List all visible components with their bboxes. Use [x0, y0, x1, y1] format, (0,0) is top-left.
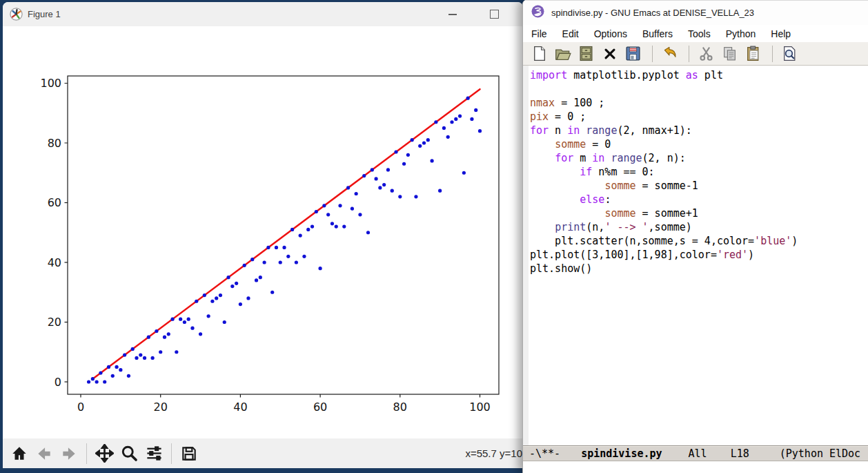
modeline-position: All	[689, 447, 707, 460]
emacs-logo-icon	[531, 5, 544, 21]
dired-icon[interactable]	[575, 44, 597, 64]
svg-text:60: 60	[48, 196, 61, 209]
home-icon[interactable]	[8, 443, 30, 465]
menu-file[interactable]: File	[531, 28, 547, 39]
svg-text:40: 40	[233, 400, 247, 414]
modeline-flags[interactable]: -\**-	[529, 447, 560, 460]
new-file-icon[interactable]	[529, 44, 550, 64]
figure-toolbar: x=55.7 y=10	[3, 438, 523, 468]
menu-tools[interactable]: Tools	[688, 28, 711, 39]
emacs-titlebar[interactable]: spindivise.py - GNU Emacs at DENISE_VELL…	[523, 0, 868, 25]
menu-help[interactable]: Help	[771, 28, 791, 39]
emacs-modeline: -\**-spindivise.pyAllL18(Python ElDoc	[523, 445, 868, 461]
scatter-plot: 020406080100020406080100	[3, 26, 523, 438]
code-line: else:	[530, 193, 868, 206]
svg-text:60: 60	[313, 400, 327, 414]
code-line: plt.scatter(n,somme,s = 4,color='blue')	[530, 234, 868, 248]
code-line: plt.plot([3,100],[1,98],color='red')	[530, 248, 868, 262]
figure-titlebar[interactable]: Figure 1	[3, 2, 523, 26]
editor-buffer[interactable]: import matplotlib.pyplot as plt nmax = 1…	[530, 68, 868, 441]
minimize-icon	[448, 14, 457, 15]
code-line: nmax = 100 ;	[530, 96, 868, 110]
code-line: for m in range(2, n):	[530, 151, 868, 165]
maximize-icon	[490, 10, 499, 19]
code-line: somme = 0	[530, 137, 868, 151]
svg-text:0: 0	[55, 376, 61, 389]
svg-text:100: 100	[40, 77, 61, 90]
emacs-echo-area[interactable]	[523, 461, 868, 473]
emacs-menubar: FileEditOptionsBuffersToolsPythonHelp	[523, 25, 868, 42]
svg-text:20: 20	[154, 400, 168, 414]
pan-icon[interactable]	[93, 443, 115, 465]
search-icon[interactable]	[779, 44, 800, 64]
code-line: pix = 0 ;	[530, 110, 868, 124]
figure-window-title: Figure 1	[28, 9, 61, 19]
code-line: if n%m == 0:	[530, 165, 868, 179]
figure-canvas[interactable]: 020406080100020406080100	[3, 26, 523, 438]
copy-icon[interactable]	[719, 44, 740, 64]
matplotlib-logo-icon	[10, 8, 23, 23]
toolbar-separator	[772, 46, 773, 62]
modeline-line-number: L18	[731, 447, 749, 460]
cut-icon[interactable]	[696, 44, 717, 64]
emacs-window-title: spindivise.py - GNU Emacs at DENISE_VELL…	[551, 8, 754, 18]
configure-subplots-icon[interactable]	[143, 443, 165, 465]
toolbar-separator	[689, 46, 689, 62]
code-line: plt.show()	[530, 262, 868, 276]
code-line: somme = somme+1	[530, 206, 868, 220]
open-file-icon[interactable]	[552, 44, 573, 64]
menu-python[interactable]: Python	[726, 28, 756, 39]
zoom-icon[interactable]	[118, 443, 140, 465]
kill-buffer-icon[interactable]	[599, 44, 620, 64]
toolbar-separator	[171, 443, 172, 464]
emacs-toolbar	[523, 42, 868, 66]
maximize-button[interactable]	[479, 2, 509, 26]
svg-text:100: 100	[469, 400, 491, 414]
emacs-window: spindivise.py - GNU Emacs at DENISE_VELL…	[522, 0, 868, 473]
modeline-major-mode[interactable]: (Python ElDoc	[780, 447, 860, 460]
menu-edit[interactable]: Edit	[562, 28, 579, 39]
svg-text:20: 20	[48, 316, 61, 329]
toolbar-separator	[86, 443, 87, 464]
cursor-position-status: x=55.7 y=10	[465, 447, 522, 459]
svg-text:80: 80	[393, 400, 407, 414]
svg-text:40: 40	[48, 256, 61, 269]
menu-buffers[interactable]: Buffers	[642, 28, 673, 39]
modeline-buffer-name[interactable]: spindivise.py	[581, 447, 662, 460]
scrollbar-fringe[interactable]	[523, 66, 529, 445]
code-line: import matplotlib.pyplot as plt	[530, 68, 868, 82]
save-icon[interactable]	[178, 443, 200, 465]
forward-icon[interactable]	[58, 443, 80, 465]
paste-icon[interactable]	[742, 44, 764, 64]
minimize-button[interactable]	[437, 2, 468, 26]
figure-window: Figure 1 020406080100020406080100	[3, 2, 523, 468]
code-line: somme = somme-1	[530, 179, 868, 193]
toolbar-separator	[652, 46, 653, 62]
menu-options[interactable]: Options	[594, 28, 627, 39]
svg-text:0: 0	[77, 400, 84, 414]
save-buffer-icon[interactable]	[622, 44, 644, 64]
undo-icon[interactable]	[659, 44, 680, 64]
code-line: for n in range(2, nmax+1):	[530, 124, 868, 137]
svg-text:80: 80	[48, 137, 61, 150]
back-icon[interactable]	[33, 443, 55, 465]
code-line	[530, 82, 868, 96]
code-line: print(n,' --> ',somme)	[530, 220, 868, 234]
